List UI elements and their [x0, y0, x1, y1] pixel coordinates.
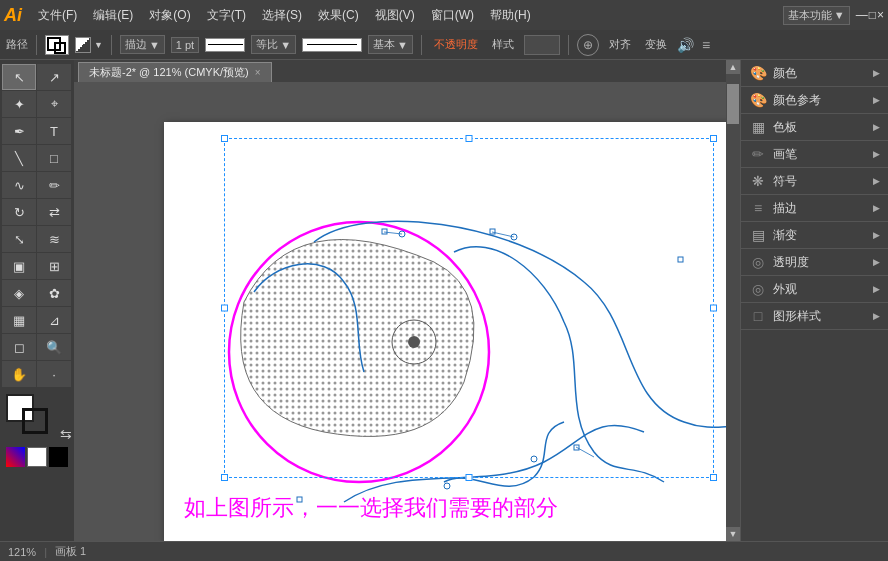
select-tool[interactable]: ↖	[2, 64, 36, 90]
mode-selector[interactable]: 基本功能 ▼	[783, 6, 850, 25]
panel-header-图形样式[interactable]: □ 图形样式 ▶	[741, 303, 888, 329]
artboard-container[interactable]: 如上图所示，一一选择我们需要的部分	[74, 82, 726, 541]
scale-tool[interactable]: ⤡	[2, 226, 36, 252]
rect-tool[interactable]: □	[37, 145, 71, 171]
tool-row-3: ✒ T	[2, 118, 72, 144]
eraser-tool[interactable]: ◻	[2, 334, 36, 360]
line-base-dropdown[interactable]: 基本 ▼	[368, 35, 413, 54]
menu-item-文件[interactable]: 文件(F)	[30, 4, 85, 27]
panel-header-外观[interactable]: ◎ 外观 ▶	[741, 276, 888, 302]
white-mode-btn[interactable]	[27, 447, 46, 467]
svg-point-11	[444, 483, 450, 489]
globe-icon[interactable]: ⊕	[577, 34, 599, 56]
maximize-button[interactable]: □	[869, 8, 876, 22]
stroke-type-dropdown[interactable]: 描边 ▼	[120, 35, 165, 54]
hand-tool[interactable]: ✋	[2, 361, 36, 387]
content-area: ↖ ↗ ✦ ⌖ ✒ T ╲ □ ∿ ✏ ↻ ⇄	[0, 60, 888, 541]
scroll-track[interactable]	[726, 74, 740, 527]
menu-item-编辑[interactable]: 编辑(E)	[85, 4, 141, 27]
tool-row-7: ⤡ ≋	[2, 226, 72, 252]
speaker-icon[interactable]: 🔊	[677, 37, 694, 53]
panel-header-颜色参考[interactable]: 🎨 颜色参考 ▶	[741, 87, 888, 113]
svg-rect-4	[382, 229, 387, 234]
panel-header-渐变[interactable]: ▤ 渐变 ▶	[741, 222, 888, 248]
pen-tool[interactable]: ✒	[2, 118, 36, 144]
panel-header-透明度[interactable]: ◎ 透明度 ▶	[741, 249, 888, 275]
line-base-label: 基本	[373, 37, 395, 52]
reflect-tool[interactable]: ⇄	[37, 199, 71, 225]
panel-label-外观: 外观	[773, 281, 797, 298]
fill-stroke-selector[interactable]: ▼	[75, 37, 103, 53]
lasso-tool[interactable]: ⌖	[37, 91, 71, 117]
menu-item-帮助[interactable]: 帮助(H)	[482, 4, 539, 27]
minimize-button[interactable]: —	[856, 8, 868, 22]
svg-point-3	[408, 336, 420, 348]
color-mode-btn[interactable]	[6, 447, 25, 467]
svg-point-12	[531, 456, 537, 462]
style-swatch[interactable]	[524, 35, 560, 55]
warp-tool[interactable]: ≋	[37, 226, 71, 252]
artboard-label: 画板 1	[55, 544, 86, 559]
line-inner	[307, 44, 357, 45]
line-style-dropdown[interactable]: 等比 ▼	[251, 35, 296, 54]
mesh-tool[interactable]: ⊞	[37, 253, 71, 279]
color-boxes: ⇆	[6, 394, 72, 442]
stroke-color-swatch[interactable]	[45, 35, 69, 55]
panel-header-颜色[interactable]: 🎨 颜色 ▶	[741, 60, 888, 86]
rotate-tool[interactable]: ↻	[2, 199, 36, 225]
panel-header-色板[interactable]: ▦ 色板 ▶	[741, 114, 888, 140]
scroll-up-arrow[interactable]: ▲	[726, 60, 740, 74]
type-tool[interactable]: T	[37, 118, 71, 144]
align-label[interactable]: 对齐	[605, 35, 635, 54]
stroke-color-box[interactable]	[22, 408, 48, 434]
panel-arrow-透明度: ▶	[873, 257, 880, 267]
slice-tool[interactable]: ⊿	[37, 307, 71, 333]
panel-arrow-颜色: ▶	[873, 68, 880, 78]
menu-item-窗口[interactable]: 窗口(W)	[423, 4, 482, 27]
panel-label-颜色: 颜色	[773, 65, 797, 82]
panel-icon-图形样式: □	[749, 307, 767, 325]
extra-tool[interactable]: ·	[37, 361, 71, 387]
settings-icon[interactable]: ≡	[702, 37, 710, 53]
line-tool[interactable]: ╲	[2, 145, 36, 171]
swap-colors-icon[interactable]: ⇆	[60, 426, 72, 442]
vertical-scrollbar[interactable]: ▲ ▼	[726, 60, 740, 541]
symbol-tool[interactable]: ✿	[37, 280, 71, 306]
panel-arrow-色板: ▶	[873, 122, 880, 132]
black-mode-btn[interactable]	[49, 447, 68, 467]
panel-label-画笔: 画笔	[773, 146, 797, 163]
panel-arrow-图形样式: ▶	[873, 311, 880, 321]
magic-wand-tool[interactable]: ✦	[2, 91, 36, 117]
artboard	[164, 122, 726, 541]
transform-label[interactable]: 变换	[641, 35, 671, 54]
menu-item-对象[interactable]: 对象(O)	[141, 4, 198, 27]
scroll-thumb[interactable]	[727, 84, 739, 124]
scroll-down-arrow[interactable]: ▼	[726, 527, 740, 541]
panel-group-外观: ◎ 外观 ▶	[741, 276, 888, 303]
direct-select-tool[interactable]: ↗	[37, 64, 71, 90]
doc-tab-close[interactable]: ×	[255, 67, 261, 78]
menu-item-视图[interactable]: 视图(V)	[367, 4, 423, 27]
panel-group-符号: ❋ 符号 ▶	[741, 168, 888, 195]
close-button[interactable]: ×	[877, 8, 884, 22]
paintbrush-tool[interactable]: ∿	[2, 172, 36, 198]
panel-header-描边[interactable]: ≡ 描边 ▶	[741, 195, 888, 221]
zoom-tool[interactable]: 🔍	[37, 334, 71, 360]
stroke-width-input[interactable]: 1 pt	[171, 37, 199, 53]
panel-icon-色板: ▦	[749, 118, 767, 136]
menu-item-效果[interactable]: 效果(C)	[310, 4, 367, 27]
chart-tool[interactable]: ▦	[2, 307, 36, 333]
pencil-tool[interactable]: ✏	[37, 172, 71, 198]
blend-tool[interactable]: ◈	[2, 280, 36, 306]
menu-item-文字[interactable]: 文字(T)	[199, 4, 254, 27]
panel-label-符号: 符号	[773, 173, 797, 190]
panel-header-符号[interactable]: ❋ 符号 ▶	[741, 168, 888, 194]
toolbar-sep-4	[568, 35, 569, 55]
tool-row-9: ◈ ✿	[2, 280, 72, 306]
tab-bar: 未标题-2* @ 121% (CMYK/预览) ×	[74, 60, 726, 82]
menu-item-选择[interactable]: 选择(S)	[254, 4, 310, 27]
panel-header-画笔[interactable]: ✏ 画笔 ▶	[741, 141, 888, 167]
tool-row-10: ▦ ⊿	[2, 307, 72, 333]
document-tab[interactable]: 未标题-2* @ 121% (CMYK/预览) ×	[78, 62, 272, 82]
gradient-tool[interactable]: ▣	[2, 253, 36, 279]
